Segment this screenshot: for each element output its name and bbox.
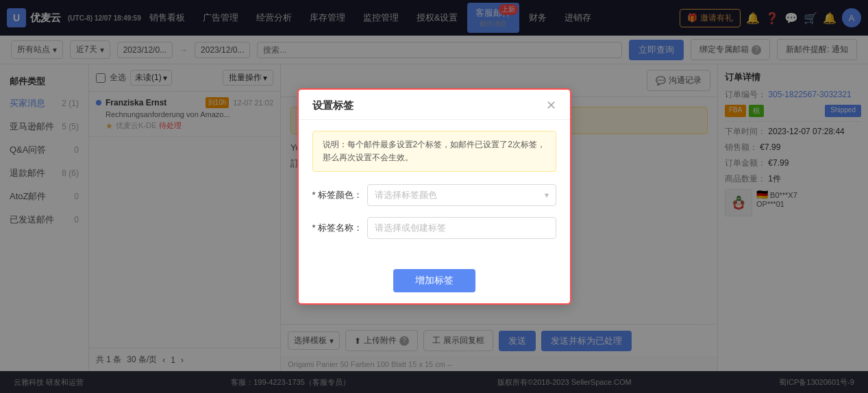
modal-title: 设置标签	[312, 99, 354, 112]
modal-notice: 说明：每个邮件最多设置2个标签，如邮件已设置了2次标签，那么再次设置不会生效。	[312, 131, 556, 172]
modal-header: 设置标签 ✕	[299, 90, 570, 120]
color-label: * 标签颜色：	[312, 189, 367, 201]
modal-overlay[interactable]: 设置标签 ✕ 说明：每个邮件最多设置2个标签，如邮件已设置了2次标签，那么再次设…	[0, 0, 868, 393]
name-placeholder: 请选择或创建标签	[375, 222, 446, 234]
add-tag-button[interactable]: 增加标签	[393, 269, 475, 292]
modal-box: 设置标签 ✕ 说明：每个邮件最多设置2个标签，如邮件已设置了2次标签，那么再次设…	[297, 88, 571, 305]
modal-close-button[interactable]: ✕	[546, 99, 556, 112]
tag-name-input[interactable]: 请选择或创建标签	[367, 217, 556, 239]
color-placeholder: 请选择标签颜色	[375, 189, 437, 201]
modal-footer: 增加标签	[299, 261, 570, 303]
color-select[interactable]: 请选择标签颜色 ▾	[367, 184, 556, 206]
color-form-row: * 标签颜色： 请选择标签颜色 ▾	[312, 184, 556, 206]
name-form-row: * 标签名称： 请选择或创建标签	[312, 217, 556, 239]
modal-body: 说明：每个邮件最多设置2个标签，如邮件已设置了2次标签，那么再次设置不会生效。 …	[299, 120, 570, 261]
name-label: * 标签名称：	[312, 222, 367, 234]
color-chevron-icon: ▾	[545, 190, 549, 200]
